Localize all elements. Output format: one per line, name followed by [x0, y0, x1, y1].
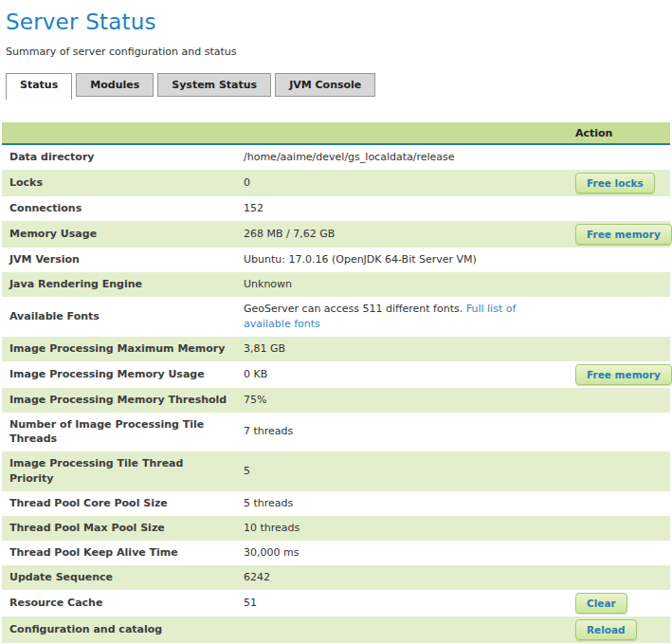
tab-jvm-console[interactable]: JVM Console: [275, 73, 375, 97]
value-text: 152: [244, 202, 263, 214]
table-row: Thread Pool Max Pool Size10 threads: [2, 516, 670, 541]
value-text: 10 threads: [244, 522, 300, 534]
value-text: 75%: [244, 394, 266, 406]
free-memory-button[interactable]: Free memory: [575, 224, 672, 245]
row-label-thread-pool-keep-alive-time: Thread Pool Keep Alive Time: [2, 541, 236, 565]
row-action-update-sequence: [570, 565, 670, 590]
row-label-image-processing-maximum-memory: Image Processing Maximum Memory: [2, 337, 236, 361]
value-text: Ubuntu: 17.0.16 (OpenJDK 64-Bit Server V…: [244, 253, 477, 266]
table-row: Resource Cache51Clear: [2, 590, 670, 616]
clear-button[interactable]: Clear: [575, 593, 627, 614]
free-locks-button[interactable]: Free locks: [575, 173, 655, 193]
row-value-image-processing-maximum-memory: 3,81 GB: [236, 337, 570, 361]
row-value-java-rendering-engine: Unknown: [236, 272, 570, 297]
row-value-thread-pool-max-pool-size: 10 threads: [236, 516, 570, 541]
row-action-configuration-and-catalog: Reload: [570, 616, 670, 643]
value-text: GeoServer can access 511 different fonts…: [244, 303, 466, 315]
table-row: Java Rendering EngineUnknown: [2, 272, 670, 297]
table-row: Connections152: [2, 196, 670, 221]
row-label-number-of-image-processing-tile-threads: Number of Image Processing Tile Threads: [2, 413, 236, 452]
row-action-thread-pool-keep-alive-time: [570, 541, 670, 565]
row-action-image-processing-tile-thread-priority: [570, 451, 670, 491]
tab-system-status[interactable]: System Status: [157, 73, 271, 97]
table-row: Number of Image Processing Tile Threads7…: [2, 413, 670, 452]
server-status-page: Server Status Summary of server configur…: [0, 0, 672, 643]
row-value-number-of-image-processing-tile-threads: 7 threads: [236, 413, 570, 452]
row-action-locks: Free locks: [570, 170, 670, 196]
row-action-thread-pool-max-pool-size: [570, 516, 670, 541]
row-action-java-rendering-engine: [570, 272, 670, 297]
page-subtitle: Summary of server configuration and stat…: [6, 46, 670, 58]
label-column-header: [2, 122, 236, 144]
free-memory-button[interactable]: Free memory: [575, 364, 672, 385]
status-table: Action Data directory/home/aaime/devel/g…: [2, 122, 670, 643]
table-row: Available FontsGeoServer can access 511 …: [2, 297, 670, 337]
row-action-number-of-image-processing-tile-threads: [570, 413, 670, 452]
row-label-image-processing-memory-usage: Image Processing Memory Usage: [2, 361, 236, 388]
table-row: Configuration and catalogReload: [2, 616, 670, 643]
action-column-header: Action: [570, 122, 670, 144]
row-value-memory-usage: 268 MB / 7,62 GB: [236, 221, 570, 248]
table-row: Thread Pool Core Pool Size5 threads: [2, 491, 670, 516]
row-label-update-sequence: Update Sequence: [2, 565, 236, 590]
row-value-jvm-version: Ubuntu: 17.0.16 (OpenJDK 64-Bit Server V…: [236, 248, 570, 272]
row-action-jvm-version: [570, 248, 670, 272]
tab-status[interactable]: Status: [6, 73, 72, 100]
row-value-connections: 152: [236, 196, 570, 221]
table-row: Image Processing Tile Thread Priority5: [2, 451, 670, 491]
row-value-available-fonts: GeoServer can access 511 different fonts…: [236, 297, 570, 337]
tab-bar: Status Modules System Status JVM Console: [6, 73, 670, 101]
reload-button[interactable]: Reload: [575, 619, 637, 640]
row-value-update-sequence: 6242: [236, 565, 570, 590]
table-row: JVM VersionUbuntu: 17.0.16 (OpenJDK 64-B…: [2, 248, 670, 272]
row-label-locks: Locks: [2, 170, 236, 196]
row-value-image-processing-memory-usage: 0 KB: [236, 361, 570, 388]
row-value-data-directory: /home/aaime/devel/gs_localdata/release: [236, 144, 570, 170]
row-value-image-processing-memory-threshold: 75%: [236, 388, 570, 413]
row-label-connections: Connections: [2, 196, 236, 221]
row-label-image-processing-tile-thread-priority: Image Processing Tile Thread Priority: [2, 451, 236, 491]
table-row: Memory Usage268 MB / 7,62 GBFree memory: [2, 221, 670, 248]
row-action-thread-pool-core-pool-size: [570, 491, 670, 516]
value-text: 0: [244, 176, 250, 189]
table-row: Image Processing Memory Threshold75%: [2, 388, 670, 413]
row-label-image-processing-memory-threshold: Image Processing Memory Threshold: [2, 388, 236, 413]
row-label-resource-cache: Resource Cache: [2, 590, 236, 616]
row-label-java-rendering-engine: Java Rendering Engine: [2, 272, 236, 297]
row-action-memory-usage: Free memory: [570, 221, 670, 248]
row-action-available-fonts: [570, 297, 670, 337]
value-text: 0 KB: [244, 368, 267, 380]
row-action-resource-cache: Clear: [570, 590, 670, 616]
value-text: Unknown: [244, 278, 292, 290]
value-text: 30,000 ms: [244, 546, 299, 559]
row-action-data-directory: [570, 144, 670, 170]
row-label-configuration-and-catalog: Configuration and catalog: [2, 616, 236, 643]
tab-modules[interactable]: Modules: [76, 73, 154, 97]
row-label-data-directory: Data directory: [2, 144, 236, 170]
row-label-thread-pool-core-pool-size: Thread Pool Core Pool Size: [2, 491, 236, 516]
row-label-thread-pool-max-pool-size: Thread Pool Max Pool Size: [2, 516, 236, 541]
value-text: 5: [244, 465, 250, 477]
row-value-configuration-and-catalog: [236, 616, 570, 643]
row-value-thread-pool-core-pool-size: 5 threads: [236, 491, 570, 516]
row-action-image-processing-maximum-memory: [570, 337, 670, 361]
table-row: Locks0Free locks: [2, 170, 670, 196]
value-text: 7 threads: [244, 425, 293, 437]
value-text: 5 threads: [244, 497, 293, 509]
table-row: Data directory/home/aaime/devel/gs_local…: [2, 144, 670, 170]
row-value-image-processing-tile-thread-priority: 5: [236, 451, 570, 491]
status-table-body: Data directory/home/aaime/devel/gs_local…: [2, 144, 670, 643]
row-value-resource-cache: 51: [236, 590, 570, 616]
value-text: 51: [244, 597, 257, 609]
row-action-connections: [570, 196, 670, 221]
value-text: /home/aaime/devel/gs_localdata/release: [244, 151, 455, 163]
row-action-image-processing-memory-usage: Free memory: [570, 361, 670, 388]
table-row: Update Sequence6242: [2, 565, 670, 590]
value-text: 6242: [244, 571, 270, 583]
table-row: Image Processing Memory Usage0 KBFree me…: [2, 361, 670, 388]
table-header-row: Action: [2, 122, 670, 144]
page-title: Server Status: [6, 9, 670, 34]
row-value-thread-pool-keep-alive-time: 30,000 ms: [236, 541, 570, 565]
row-label-memory-usage: Memory Usage: [2, 221, 236, 248]
table-row: Image Processing Maximum Memory3,81 GB: [2, 337, 670, 361]
